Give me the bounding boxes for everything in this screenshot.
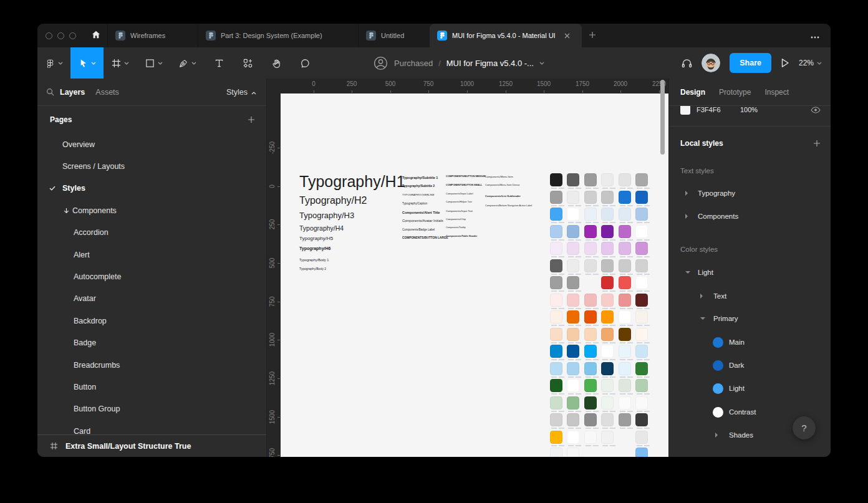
hand-tool[interactable] [262, 47, 291, 79]
eye-icon[interactable] [811, 107, 821, 113]
main-menu[interactable] [37, 47, 70, 79]
color-palette-swatch[interactable] [635, 448, 648, 457]
color-palette-swatch[interactable] [601, 294, 614, 307]
tab-layers[interactable]: Layers [60, 88, 85, 97]
color-palette-swatch[interactable] [567, 396, 579, 410]
color-palette-swatch[interactable] [635, 310, 648, 323]
color-palette-swatch[interactable] [550, 191, 562, 204]
color-palette-swatch[interactable] [584, 310, 597, 323]
sidebar-page-item[interactable]: Avatar [37, 288, 266, 310]
file-tab[interactable]: Part 3: Design System (Example) [198, 24, 358, 47]
color-palette-swatch[interactable] [601, 242, 614, 255]
tabbar-overflow-button[interactable] [811, 24, 831, 47]
text-tool[interactable] [205, 47, 233, 79]
color-palette-swatch[interactable] [584, 396, 597, 410]
help-button[interactable]: ? [793, 416, 816, 439]
disclosure-closed-icon[interactable] [685, 191, 688, 196]
color-palette-swatch[interactable] [619, 259, 631, 272]
zoom-control[interactable]: 22% [799, 59, 822, 67]
color-palette-swatch[interactable] [567, 208, 579, 221]
present-button[interactable] [781, 58, 789, 68]
color-palette-swatch[interactable] [584, 259, 597, 272]
color-palette-swatch[interactable] [584, 294, 597, 307]
color-palette-swatch[interactable] [567, 362, 579, 375]
color-palette-swatch[interactable] [567, 345, 579, 358]
color-palette-swatch[interactable] [567, 379, 579, 392]
style-tree-item[interactable]: Text [669, 289, 831, 304]
disclosure-open-icon[interactable] [700, 317, 705, 320]
color-palette-swatch[interactable] [567, 242, 579, 255]
style-tree-item[interactable]: Components [669, 209, 831, 224]
color-palette-swatch[interactable] [584, 379, 597, 392]
color-palette-swatch[interactable] [601, 413, 614, 426]
color-palette-swatch[interactable] [550, 431, 562, 444]
color-palette-swatch[interactable] [567, 173, 579, 186]
fill-row[interactable]: F3F4F6 100% [669, 106, 831, 119]
color-palette-swatch[interactable] [619, 310, 631, 323]
color-palette-swatch[interactable] [601, 173, 614, 186]
breadcrumb-owner[interactable]: Purchased [394, 59, 433, 68]
color-palette-swatch[interactable] [619, 225, 631, 238]
canvas-vertical-scrollbar[interactable] [660, 80, 665, 155]
minimize-button[interactable] [57, 32, 64, 39]
color-palette-swatch[interactable] [619, 173, 631, 186]
color-palette-swatch[interactable] [619, 242, 631, 255]
color-palette-swatch[interactable] [550, 276, 562, 289]
color-palette-swatch[interactable] [619, 345, 631, 358]
color-palette-swatch[interactable] [550, 310, 562, 323]
color-palette-swatch[interactable] [635, 294, 648, 307]
sidebar-page-item[interactable]: Autocomplete [37, 266, 266, 287]
color-palette-swatch[interactable] [584, 225, 597, 238]
fill-swatch[interactable] [680, 106, 690, 115]
color-palette-swatch[interactable] [601, 191, 614, 204]
color-palette-swatch[interactable] [635, 173, 648, 186]
fill-opacity[interactable]: 100% [740, 106, 758, 113]
audio-call-button[interactable] [682, 58, 692, 68]
color-palette-swatch[interactable] [635, 396, 648, 410]
color-palette-swatch[interactable] [584, 173, 597, 186]
color-palette-swatch[interactable] [601, 259, 614, 272]
file-title[interactable]: MUI for Figma v5.4.0 -... [446, 59, 534, 68]
color-palette-swatch[interactable] [601, 396, 614, 410]
color-palette-swatch[interactable] [619, 379, 631, 392]
color-palette-swatch[interactable] [619, 328, 631, 341]
color-palette-swatch[interactable] [567, 259, 579, 272]
color-palette-swatch[interactable] [584, 328, 597, 341]
color-palette-swatch[interactable] [567, 276, 579, 289]
color-palette-swatch[interactable] [550, 379, 562, 392]
add-page-button[interactable] [248, 116, 255, 123]
frame-tool[interactable] [104, 47, 137, 79]
color-palette-swatch[interactable] [567, 310, 579, 323]
color-palette-swatch[interactable] [601, 379, 614, 392]
color-palette-swatch[interactable] [619, 294, 631, 307]
file-tab[interactable]: MUI for Figma v5.4.0 - Material UI [430, 24, 582, 47]
color-palette-swatch[interactable] [601, 362, 614, 375]
sidebar-page-item[interactable]: Card [37, 420, 266, 434]
color-palette-swatch[interactable] [584, 413, 597, 426]
artboard[interactable]: Typography/H1Typography/H2Typography/H3T… [281, 93, 668, 457]
color-palette-swatch[interactable] [635, 242, 648, 255]
color-palette-swatch[interactable] [550, 259, 562, 272]
style-tree-item[interactable]: Primary [669, 311, 831, 326]
home-button[interactable] [85, 24, 107, 47]
sidebar-page-item[interactable]: Alert [37, 244, 266, 266]
color-palette-swatch[interactable] [584, 242, 597, 255]
color-palette-swatch[interactable] [550, 448, 562, 457]
disclosure-open-icon[interactable] [685, 271, 690, 274]
color-palette-swatch[interactable] [550, 173, 562, 186]
color-palette-swatch[interactable] [584, 362, 597, 375]
zoom-button[interactable] [69, 32, 76, 39]
color-palette-swatch[interactable] [635, 191, 648, 204]
color-palette-swatch[interactable] [635, 362, 648, 375]
style-tree-item[interactable]: Typography [669, 186, 831, 201]
close-button[interactable] [46, 32, 52, 39]
disclosure-closed-icon[interactable] [685, 214, 688, 219]
disclosure-closed-icon[interactable] [715, 433, 718, 438]
color-palette-swatch[interactable] [635, 328, 648, 341]
color-palette-swatch[interactable] [584, 208, 597, 221]
color-palette-swatch[interactable] [635, 225, 648, 238]
resources-tool[interactable] [233, 47, 262, 79]
color-palette-swatch[interactable] [619, 191, 631, 204]
style-tree-item[interactable]: Light [669, 381, 831, 396]
selection-status-bar[interactable]: Extra Small/Layout Structure True [37, 434, 266, 457]
